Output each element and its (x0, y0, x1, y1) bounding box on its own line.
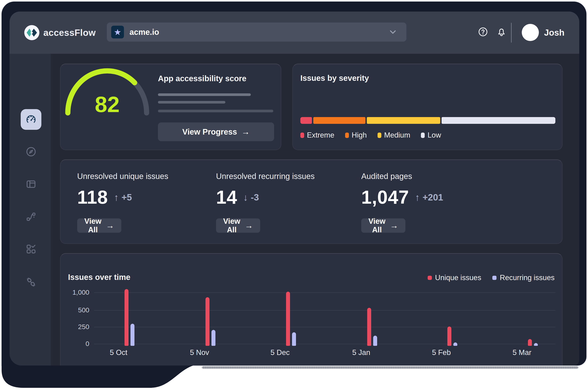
x-axis-tick-label: 5 Jan (341, 348, 381, 357)
brand-name: accessFlow (43, 11, 96, 54)
x-axis-tick-label: 5 Mar (502, 348, 542, 357)
sidebar-item-layout-icon[interactable] (21, 174, 41, 195)
sidebar-item-gauge-icon[interactable] (21, 109, 41, 130)
severity-legend-item: Extreme (300, 131, 334, 139)
sidebar-item-components-check-icon[interactable] (21, 239, 41, 259)
arrow-up-icon: ↑ (415, 192, 420, 203)
project-name: acme.io (130, 28, 159, 37)
bell-icon[interactable] (496, 27, 507, 37)
legend-swatch (377, 133, 381, 138)
legend-swatch (300, 133, 304, 138)
help-icon[interactable] (478, 27, 488, 37)
y-axis-tick-label: 500 (64, 306, 89, 314)
bar-recurring-5-jan (373, 336, 377, 346)
stat-label: Unresolved unique issues (77, 172, 168, 181)
stat-value: 118 (77, 187, 108, 208)
legend-swatch (345, 133, 349, 138)
score-value: 82 (87, 92, 127, 117)
project-star-icon: ★ (111, 26, 124, 38)
gridline (94, 310, 555, 310)
stat-label: Unresolved recurring issues (216, 172, 315, 181)
stat-delta: ↓-3 (243, 192, 259, 203)
accessibility-score-card: 82 App accessibility score View Progress… (60, 64, 281, 150)
window-drop-shadow (202, 366, 578, 369)
legend-label: Extreme (307, 131, 334, 139)
skeleton-line (158, 110, 273, 112)
arrow-right-icon: → (245, 221, 253, 230)
gridline (94, 327, 555, 327)
severity-legend-item: Medium (377, 131, 410, 139)
stat-delta: ↑+5 (114, 192, 132, 203)
avatar[interactable] (522, 24, 539, 41)
sidebar-item-plug-icon[interactable] (21, 272, 41, 293)
severity-stacked-bar (300, 117, 555, 124)
stat-label: Audited pages (361, 172, 412, 181)
project-selector-dropdown[interactable]: ★ acme.io (107, 22, 406, 42)
legend-label: Recurring issues (500, 274, 555, 282)
severity-legend-item: Low (421, 131, 441, 139)
severity-segment-medium (367, 117, 440, 124)
chart-title: Issues over time (68, 273, 131, 282)
legend-label: High (352, 131, 367, 139)
severity-segment-high (313, 117, 366, 124)
arrow-right-icon: → (106, 221, 114, 230)
legend-swatch (492, 276, 497, 280)
bar-recurring-5-nov (212, 330, 216, 346)
severity-segment-extreme (300, 117, 312, 124)
topbar: accessFlow ★ acme.io Josh (9, 11, 579, 54)
bar-unique-5-dec (286, 292, 290, 346)
legend-swatch (421, 133, 425, 138)
stat-value: 1,047 (361, 187, 409, 208)
arrow-up-icon: ↑ (114, 192, 119, 203)
legend-label: Medium (384, 131, 410, 139)
issues-over-time-card: Issues over time Unique issuesRecurring … (60, 253, 563, 366)
chevron-down-icon (388, 27, 398, 37)
severity-segment-low (441, 117, 555, 124)
stats-card: Unresolved unique issues118↑+5View All→U… (60, 159, 563, 244)
x-axis-tick-label: 5 Oct (99, 348, 139, 357)
view-all-button[interactable]: View All→ (216, 218, 260, 233)
severity-card-title: Issues by severity (300, 74, 369, 83)
chart-legend-item: Recurring issues (492, 274, 555, 282)
chart-legend: Unique issuesRecurring issues (428, 274, 555, 282)
skeleton-line (158, 93, 251, 96)
view-all-button[interactable]: View All→ (361, 218, 405, 233)
user-name: Josh (544, 11, 565, 54)
app-root: accessFlow ★ acme.io Josh 82 App ac (9, 11, 579, 366)
bar-recurring-5-feb (453, 342, 457, 346)
skeleton-line (158, 101, 225, 103)
arrow-right-icon: → (390, 221, 398, 230)
bar-unique-5-nov (206, 297, 210, 346)
bar-unique-5-mar (528, 339, 532, 346)
issues-by-severity-card: Issues by severity ExtremeHighMediumLow (293, 64, 563, 150)
stat-value: 14 (216, 187, 237, 208)
stat-value-row: 118↑+5 (77, 187, 132, 208)
bar-recurring-5-oct (131, 324, 135, 346)
stat-delta: ↑+201 (415, 192, 443, 203)
stat-value-row: 14↓-3 (216, 187, 259, 208)
gridline (94, 344, 555, 344)
x-axis-tick-label: 5 Feb (422, 348, 461, 357)
y-axis-tick-label: 1,000 (64, 289, 89, 296)
view-all-button[interactable]: View All→ (77, 218, 121, 233)
x-axis-tick-label: 5 Nov (180, 348, 220, 357)
chart-legend-item: Unique issues (428, 274, 481, 282)
bar-unique-5-feb (447, 326, 451, 346)
sidebar-item-compass-icon[interactable] (21, 141, 41, 162)
score-card-title: App accessibility score (158, 74, 246, 83)
arrow-right-icon: → (241, 127, 250, 137)
legend-label: Unique issues (435, 274, 481, 282)
severity-legend: ExtremeHighMediumLow (300, 131, 441, 139)
bar-recurring-5-mar (534, 343, 538, 346)
y-axis-tick-label: 250 (64, 323, 89, 331)
severity-legend-item: High (345, 131, 367, 139)
view-progress-button[interactable]: View Progress→ (158, 122, 274, 141)
legend-swatch (428, 276, 432, 280)
bar-recurring-5-dec (292, 332, 296, 346)
accessflow-logo-icon (24, 25, 39, 40)
gridline (94, 293, 555, 293)
bar-unique-5-oct (125, 289, 129, 346)
stat-value-row: 1,047↑+201 (361, 187, 443, 208)
sidebar-item-flow-icon[interactable] (21, 206, 41, 227)
legend-label: Low (428, 131, 441, 139)
